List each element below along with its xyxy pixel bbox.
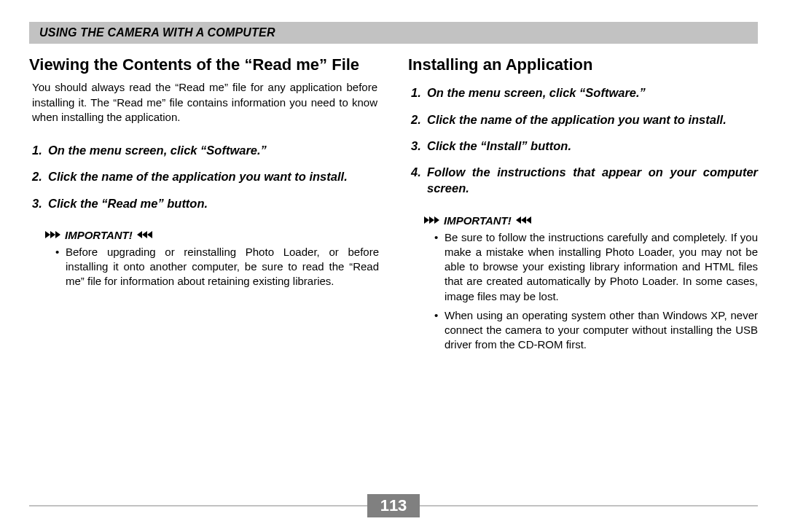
step-text: Follow the instructions that appear on y… xyxy=(427,164,758,197)
step-text: Click the “Install” button. xyxy=(427,138,758,154)
step-number: 3. xyxy=(411,138,427,154)
step-number: 1. xyxy=(32,142,48,158)
important-label: IMPORTANT! xyxy=(45,229,379,241)
triangle-right-icon xyxy=(50,231,55,238)
right-heading: Installing an Application xyxy=(408,55,758,74)
step-text: Click the name of the application you wa… xyxy=(48,168,379,184)
triangle-left-icon xyxy=(526,216,531,224)
important-item: When using an operating system other tha… xyxy=(445,308,758,353)
step-number: 2. xyxy=(411,112,427,128)
left-important-block: IMPORTANT! Before upgrading or reinstall… xyxy=(29,229,379,289)
triangle-right-icon xyxy=(429,216,434,224)
triangle-right-icon xyxy=(55,231,60,238)
triangle-left-icon xyxy=(516,216,521,224)
right-step-1: 1. On the menu screen, click “Software.” xyxy=(411,85,758,101)
step-number: 1. xyxy=(411,85,427,101)
page-footer: 113 xyxy=(29,494,758,517)
left-steps: 1. On the menu screen, click “Software.”… xyxy=(29,142,379,211)
triangle-right-icon xyxy=(434,216,439,224)
left-step-3: 3. Click the “Read me” button. xyxy=(32,195,379,211)
right-column: Installing an Application 1. On the menu… xyxy=(408,51,758,357)
section-header-text: USING THE CAMERA WITH A COMPUTER xyxy=(39,26,275,39)
footer-line-right xyxy=(420,505,758,506)
step-number: 4. xyxy=(411,164,427,197)
footer-line-left xyxy=(29,505,367,506)
step-text: On the menu screen, click “Software.” xyxy=(48,142,379,158)
important-label: IMPORTANT! xyxy=(424,214,758,227)
left-important-list: Before upgrading or reinstalling Photo L… xyxy=(45,245,379,289)
important-item: Before upgrading or reinstalling Photo L… xyxy=(66,245,379,289)
triangle-right-icon xyxy=(45,231,50,238)
step-text: Click the name of the application you wa… xyxy=(427,112,758,128)
section-header-bar: USING THE CAMERA WITH A COMPUTER xyxy=(29,22,758,44)
content-columns: Viewing the Contents of the “Read me” Fi… xyxy=(29,51,758,357)
triangle-left-icon xyxy=(521,216,526,224)
page-number: 113 xyxy=(367,494,420,517)
triangle-left-icon xyxy=(137,231,142,238)
important-label-text: IMPORTANT! xyxy=(65,229,133,241)
step-number: 2. xyxy=(32,168,48,184)
important-item: Be sure to follow the instructions caref… xyxy=(445,230,758,304)
manual-page: USING THE CAMERA WITH A COMPUTER Viewing… xyxy=(0,0,787,532)
right-step-2: 2. Click the name of the application you… xyxy=(411,112,758,128)
important-label-text: IMPORTANT! xyxy=(444,214,512,227)
right-step-3: 3. Click the “Install” button. xyxy=(411,138,758,154)
left-column: Viewing the Contents of the “Read me” Fi… xyxy=(29,51,379,357)
triangle-left-icon xyxy=(147,231,152,238)
right-important-block: IMPORTANT! Be sure to follow the instruc… xyxy=(408,214,758,353)
triangle-right-icon xyxy=(424,216,429,224)
right-steps: 1. On the menu screen, click “Software.”… xyxy=(408,85,758,196)
right-important-list: Be sure to follow the instructions caref… xyxy=(424,230,758,353)
step-text: On the menu screen, click “Software.” xyxy=(427,85,758,101)
step-text: Click the “Read me” button. xyxy=(48,195,379,211)
left-heading: Viewing the Contents of the “Read me” Fi… xyxy=(29,55,379,74)
left-step-1: 1. On the menu screen, click “Software.” xyxy=(32,142,379,158)
right-step-4: 4. Follow the instructions that appear o… xyxy=(411,164,758,197)
step-number: 3. xyxy=(32,195,48,211)
left-intro-paragraph: You should always read the “Read me” fil… xyxy=(29,80,379,125)
left-step-2: 2. Click the name of the application you… xyxy=(32,168,379,184)
triangle-left-icon xyxy=(142,231,147,238)
